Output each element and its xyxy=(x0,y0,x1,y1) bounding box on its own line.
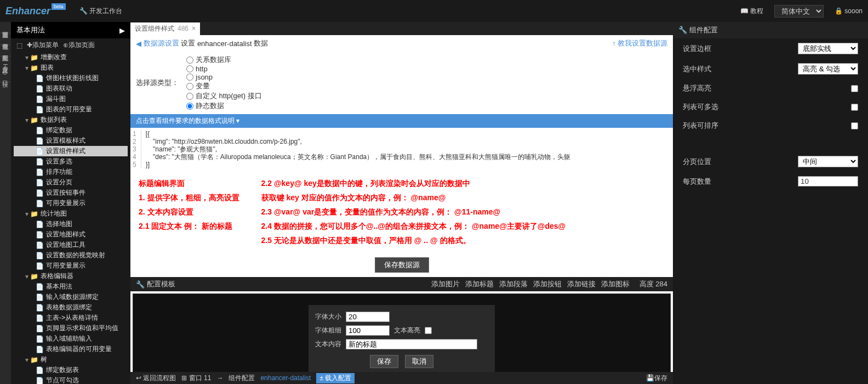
file-icon: 📄 xyxy=(36,241,44,249)
tree-file[interactable]: 📄可用变量展示 xyxy=(14,198,128,208)
source-type-radio[interactable]: http xyxy=(186,65,266,73)
add-button-button[interactable]: 添加按钮 xyxy=(533,279,562,289)
tree-file[interactable]: 📄排序功能 xyxy=(14,167,128,177)
tab-active[interactable]: 设置组件样式 486 × xyxy=(130,22,200,35)
template-canvas[interactable]: 字体大小 字体粗细 文本高亮 文本内容 保存 取消 新的标题 xyxy=(133,293,671,384)
beta-badge: beta xyxy=(52,3,66,10)
select-style-select[interactable]: 高亮 & 勾选 xyxy=(798,63,858,75)
tree-file[interactable]: 📄设置分页 xyxy=(14,177,128,188)
expand-icon[interactable]: ▶ xyxy=(119,26,125,35)
add-image-button[interactable]: 添加图片 xyxy=(431,279,460,289)
tree-file[interactable]: 📄绑定数据表 xyxy=(14,365,128,375)
tree-file[interactable]: 📄设置地图样式 xyxy=(14,229,128,240)
language-select[interactable]: 简体中文 xyxy=(774,5,824,18)
tree-folder[interactable]: ▾📁统计地图 xyxy=(14,208,128,219)
tree-file[interactable]: 📄漏斗图 xyxy=(14,94,128,104)
tree-file[interactable]: 📄选择地图 xyxy=(14,219,128,229)
add-icon-button[interactable]: 添加图标 xyxy=(601,279,630,289)
user-menu[interactable]: 🔒 sooon xyxy=(835,7,863,15)
tree-file[interactable]: 📄表格编辑器的可用变量 xyxy=(14,344,128,354)
add-paragraph-button[interactable]: 添加段落 xyxy=(499,279,528,289)
add-title-button[interactable]: 添加标题 xyxy=(465,279,494,289)
source-type-radio[interactable]: 变量 xyxy=(186,81,266,91)
tree-file[interactable]: 📄饼图柱状图折线图 xyxy=(14,73,128,83)
text-content-input[interactable] xyxy=(346,339,477,349)
file-icon: 📄 xyxy=(36,346,44,353)
tree-folder[interactable]: ▾📁表格编辑器 xyxy=(14,271,128,281)
vertical-tab[interactable]: 全局配置 xyxy=(0,45,10,57)
back-button[interactable]: ↩ 返回流程图 xyxy=(136,374,176,383)
help-link[interactable]: ↑ 教我设置数据源 xyxy=(612,38,667,48)
vertical-tab[interactable]: 自定义 Http 接口 xyxy=(0,57,10,82)
tutorial-link[interactable]: 📖 教程 xyxy=(740,7,763,16)
cancel-button[interactable]: 取消 xyxy=(405,355,433,368)
sidebar: 基本用法 ▶ ⬚ ✚添加菜单 ⊕添加页面 ▾📁增删改查 ▾📁图表📄饼图柱状图折线… xyxy=(11,22,130,384)
tree-file[interactable]: 📄设置数据的视觉映射 xyxy=(14,250,128,261)
font-weight-input[interactable] xyxy=(346,325,390,336)
workbench-link[interactable]: 🔧 开发工作台 xyxy=(79,7,122,16)
tree-file[interactable]: 📄设置模板样式 xyxy=(14,135,128,146)
tree-file[interactable]: 📄节点可勾选 xyxy=(14,375,128,384)
font-size-input[interactable] xyxy=(346,312,390,322)
tree-file[interactable]: 📄可用变量展示 xyxy=(14,261,128,271)
file-icon: 📄 xyxy=(36,137,44,145)
logo: Enhancer xyxy=(5,5,50,17)
tree-folder[interactable]: ▾📁图表 xyxy=(14,63,128,73)
vertical-tab[interactable]: 三页面管理 xyxy=(0,22,10,33)
topbar: Enhancer beta 🔧 开发工作台 📖 教程 简体中文 🔒 sooon xyxy=(0,0,868,22)
file-icon: 📄 xyxy=(36,158,44,166)
info-banner[interactable]: 点击查看组件要求的数据格式说明 ▾ xyxy=(130,114,673,128)
tree-file[interactable]: 📄图表的可用变量 xyxy=(14,104,128,115)
add-menu-button[interactable]: ✚添加菜单 xyxy=(27,41,59,50)
tree-file[interactable]: 📄主表->从表格详情 xyxy=(14,313,128,323)
tree-file[interactable]: 📄基本用法 xyxy=(14,281,128,292)
vertical-tab[interactable]: 角色管理 xyxy=(0,33,10,45)
save-datasource-button[interactable]: 保存数据源 xyxy=(375,257,429,273)
main-area: 设置组件样式 486 × ◀ 数据源设置 设置 enhancer-datalis… xyxy=(130,22,673,384)
tree-file[interactable]: 📄输入域数据源绑定 xyxy=(14,292,128,302)
tree-folder[interactable]: ▾📁数据列表 xyxy=(14,115,128,125)
tree-file[interactable]: 📄页脚显示求和值和平均值 xyxy=(14,323,128,334)
file-icon: 📄 xyxy=(36,179,44,187)
tree-file[interactable]: 📄绑定数据 xyxy=(14,125,128,135)
rpanel-header: 🔧 组件配置 xyxy=(673,22,868,38)
breadcrumb: ◀ 数据源设置 设置 enhancer-datalist 数据 ↑ 教我设置数据… xyxy=(130,35,673,52)
sortable-checkbox[interactable] xyxy=(851,122,858,129)
hover-highlight-checkbox[interactable] xyxy=(851,85,858,92)
add-link-button[interactable]: 添加链接 xyxy=(567,279,596,289)
highlight-checkbox[interactable] xyxy=(425,327,432,334)
source-type-radio[interactable]: 静态数据 xyxy=(186,101,266,111)
multi-select-checkbox[interactable] xyxy=(851,104,858,111)
data-source-link[interactable]: 数据源设置 xyxy=(144,38,179,48)
border-select[interactable]: 底部实线 xyxy=(798,43,858,54)
code-editor[interactable]: 12345 [{ "img": "http://oz98nwten.bkt.cl… xyxy=(130,128,673,171)
widget-name-link[interactable]: enhancer-datalist xyxy=(260,374,311,382)
bottom-save-button[interactable]: 💾保存 xyxy=(646,374,667,383)
tree-file[interactable]: 📄输入域辅助输入 xyxy=(14,334,128,344)
vertical-tabs: 三页面管理角色管理全局配置自定义 Http 接口 xyxy=(0,22,11,384)
file-icon: 📄 xyxy=(36,106,44,114)
load-config-button[interactable]: ± 载入配置 xyxy=(316,373,355,383)
file-icon: 📄 xyxy=(36,85,44,93)
tree-file[interactable]: 📄表格数据源绑定 xyxy=(14,302,128,313)
tree-file[interactable]: 📄设置多选 xyxy=(14,156,128,167)
source-type-radio[interactable]: 关系数据库 xyxy=(186,55,266,65)
add-root-icon[interactable]: ⬚ xyxy=(16,42,22,49)
file-icon: 📄 xyxy=(36,262,44,270)
tree-folder[interactable]: ▾📁树 xyxy=(14,354,128,365)
add-page-button[interactable]: ⊕添加页面 xyxy=(63,41,95,50)
left-arrow-icon[interactable]: ◀ xyxy=(136,39,141,48)
save-button[interactable]: 保存 xyxy=(370,355,398,368)
tree-node-root[interactable]: ▾📁增删改查 xyxy=(14,52,128,63)
tree-file[interactable]: 📄设置按钮事件 xyxy=(14,188,128,198)
file-icon: 📄 xyxy=(36,366,44,374)
page-position-select[interactable]: 中间 xyxy=(798,156,858,167)
source-type-radio[interactable]: 自定义 http(get) 接口 xyxy=(186,91,266,101)
page-size-input[interactable] xyxy=(798,176,858,187)
source-type-radio[interactable]: jsonp xyxy=(186,73,266,81)
tree-file[interactable]: 📄设置组件样式 xyxy=(14,146,128,156)
close-icon[interactable]: × xyxy=(192,25,196,32)
tree-file[interactable]: 📄图表联动 xyxy=(14,83,128,94)
tree-file[interactable]: 📄设置地图工具 xyxy=(14,240,128,250)
file-icon: 📄 xyxy=(36,127,44,134)
